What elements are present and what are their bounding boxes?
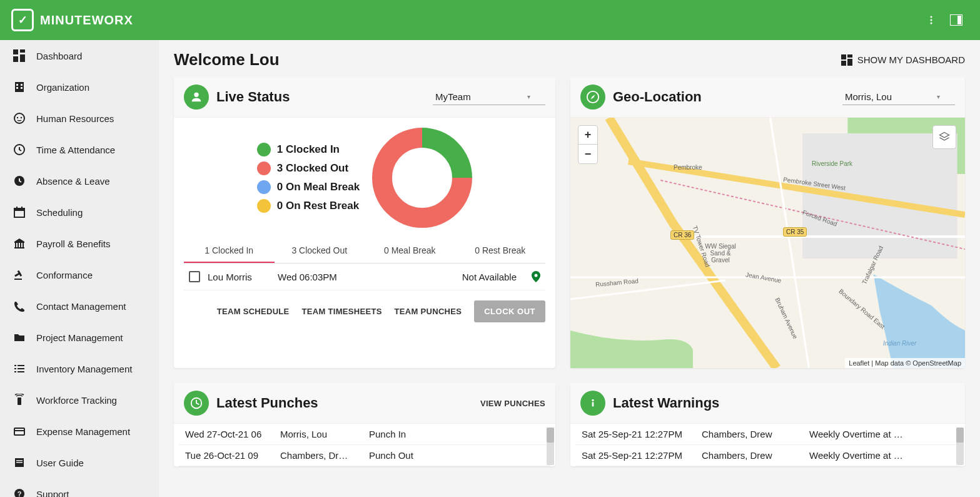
legend-item: 0 On Meal Break — [257, 180, 360, 194]
svg-rect-58 — [893, 152, 911, 163]
team-punches-link[interactable]: TEAM PUNCHES — [395, 307, 462, 316]
svg-rect-23 — [15, 243, 16, 247]
layers-button[interactable] — [932, 125, 956, 149]
schedule-icon — [13, 143, 26, 156]
svg-rect-30 — [14, 279, 22, 280]
warning-text: Weekly Overtime at … — [809, 450, 903, 461]
sidebar-item-user-guide[interactable]: User Guide — [0, 447, 159, 478]
sidebar-item-expense-management[interactable]: Expense Management — [0, 416, 159, 447]
sidebar-item-time-attendance[interactable]: Time & Attendance — [0, 134, 159, 165]
legend-item: 1 Clocked In — [257, 143, 360, 156]
table-row[interactable]: Sat 25-Sep-21 12:27PMChambers, DrewWeekl… — [575, 424, 960, 445]
book-icon — [13, 456, 26, 469]
sidebar-item-absence-leave[interactable]: Absence & Leave — [0, 165, 159, 197]
sidebar-item-human-resources[interactable]: Human Resources — [0, 103, 159, 134]
compass-icon — [580, 85, 605, 110]
svg-rect-41 — [16, 460, 23, 461]
svg-point-16 — [21, 117, 22, 118]
svg-rect-21 — [16, 207, 18, 209]
punch-date: Tue 26-Oct-21 09 — [185, 450, 273, 461]
sidebar-item-support[interactable]: ?Support — [0, 478, 159, 497]
sidebar-item-label: Contact Management — [36, 301, 126, 312]
table-row[interactable]: Tue 26-Oct-21 09Chambers, Dr…Punch Out — [179, 445, 550, 466]
sidebar-item-label: Absence & Leave — [36, 176, 110, 187]
zoom-in-button[interactable]: + — [578, 126, 597, 145]
live-status-tab[interactable]: 0 Rest Break — [455, 239, 546, 263]
sidebar-item-workforce-tracking[interactable]: Workforce Tracking — [0, 384, 159, 416]
live-status-tab[interactable]: 1 Clocked In — [184, 239, 275, 263]
team-select[interactable]: MyTeam — [433, 89, 545, 105]
more-menu-icon[interactable] — [919, 8, 944, 33]
warning-date: Sat 25-Sep-21 12:27PM — [582, 450, 694, 461]
employee-select[interactable]: Morris, Lou — [842, 89, 955, 105]
svg-rect-8 — [13, 56, 18, 62]
sidebar-item-label: Inventory Management — [36, 364, 132, 374]
svg-rect-48 — [841, 61, 846, 66]
punches-title: Latest Punches — [216, 395, 473, 411]
svg-rect-35 — [14, 371, 16, 372]
clock-out-button[interactable]: CLOCK OUT — [474, 300, 545, 322]
building-icon — [13, 80, 26, 94]
legend-label: 1 Clocked In — [277, 143, 340, 156]
sidebar-item-label: Support — [36, 489, 69, 498]
live-status-tabs: 1 Clocked In3 Clocked Out0 Meal Break0 R… — [184, 239, 545, 264]
legend-label: 0 On Rest Break — [277, 200, 359, 212]
svg-point-15 — [17, 117, 18, 118]
svg-rect-55 — [816, 143, 835, 155]
sidebar-item-scheduling[interactable]: Scheduling — [0, 197, 159, 228]
sidebar-item-inventory-management[interactable]: Inventory Management — [0, 353, 159, 384]
sidebar-item-organization[interactable]: Organization — [0, 71, 159, 103]
sidebar-item-dashboard[interactable]: Dashboard — [0, 40, 159, 71]
zoom-out-button[interactable]: − — [578, 145, 597, 163]
svg-rect-11 — [21, 84, 23, 86]
sidebar-item-label: Time & Attendance — [36, 145, 115, 155]
team-schedule-link[interactable]: TEAM SCHEDULE — [217, 307, 290, 316]
svg-rect-32 — [18, 365, 24, 366]
svg-rect-36 — [18, 371, 24, 372]
live-status-tab[interactable]: 0 Meal Break — [365, 239, 455, 263]
table-row[interactable]: Wed 27-Oct-21 06Morris, LouPunch In — [179, 424, 550, 445]
svg-rect-25 — [20, 243, 21, 247]
warnings-title: Latest Warnings — [613, 395, 955, 411]
live-status-donut-chart — [372, 128, 472, 228]
svg-point-14 — [14, 113, 24, 123]
show-dashboard-button[interactable]: SHOW MY DASHBOARD — [841, 54, 965, 66]
table-row[interactable]: Sat 25-Sep-21 12:27PMChambers, DrewWeekl… — [575, 445, 960, 466]
sidebar-item-label: Dashboard — [36, 51, 82, 61]
map[interactable]: Pembroke Riverside Park Pembroke Street … — [570, 118, 965, 368]
map-label: Riverside Park — [812, 160, 852, 167]
svg-rect-56 — [841, 146, 857, 157]
live-status-tab[interactable]: 3 Clocked Out — [275, 239, 365, 263]
sidebar-item-label: Organization — [36, 82, 89, 93]
geo-location-card: Geo-Location Morris, Lou — [570, 77, 965, 368]
panel-toggle-icon[interactable] — [944, 8, 969, 33]
gavel-icon — [13, 268, 26, 282]
punch-type: Punch In — [369, 429, 406, 439]
sidebar-item-project-management[interactable]: Project Management — [0, 322, 159, 353]
svg-rect-20 — [14, 208, 24, 211]
sidebar-item-conformance[interactable]: Conformance — [0, 259, 159, 290]
scrollbar[interactable] — [547, 428, 554, 465]
employee-status: Not Available — [360, 272, 517, 282]
svg-rect-12 — [16, 87, 18, 89]
sidebar-item-label: User Guide — [36, 458, 84, 468]
sidebar-item-contact-management[interactable]: Contact Management — [0, 290, 159, 322]
sidebar-item-payroll-benefits[interactable]: Payroll & Benefits — [0, 228, 159, 259]
row-checkbox[interactable] — [189, 271, 200, 282]
legend-label: 0 On Meal Break — [277, 181, 360, 193]
warnings-card: Latest Warnings Sat 25-Sep-21 12:27PMCha… — [570, 383, 965, 466]
scrollbar[interactable] — [956, 428, 964, 465]
view-punches-link[interactable]: VIEW PUNCHES — [480, 399, 545, 408]
team-timesheets-link[interactable]: TEAM TIMESHEETS — [302, 307, 382, 316]
map-attribution: Leaflet | Map data © OpenStreetMap — [845, 358, 965, 368]
live-status-legend: 1 Clocked In3 Clocked Out0 On Meal Break… — [257, 143, 360, 213]
employee-name: Lou Morris — [208, 272, 270, 282]
warning-name: Chambers, Drew — [702, 429, 802, 439]
location-pin-icon[interactable] — [532, 271, 540, 282]
employee-row: Lou Morris Wed 06:03PM Not Available — [184, 264, 545, 290]
svg-rect-4 — [957, 16, 961, 24]
svg-point-2 — [931, 23, 932, 24]
content-area: Welcome Lou SHOW MY DASHBOARD Live Statu… — [159, 40, 980, 497]
svg-rect-31 — [14, 365, 16, 366]
sidebar-item-label: Project Management — [36, 332, 123, 343]
